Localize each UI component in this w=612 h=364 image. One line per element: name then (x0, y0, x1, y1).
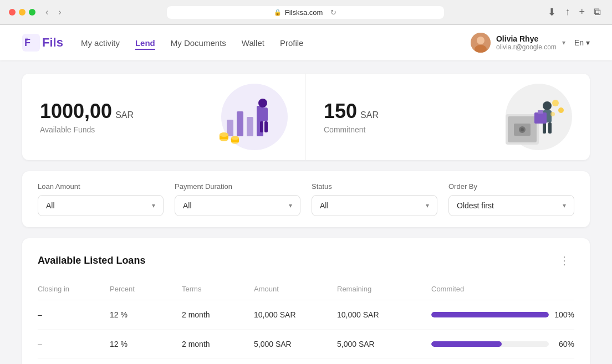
svg-rect-8 (247, 117, 253, 136)
svg-rect-7 (237, 111, 243, 136)
svg-point-10 (258, 99, 267, 107)
row2-remaining: 5,000 SAR (337, 340, 431, 348)
row2-terms: 2 month (182, 340, 254, 348)
forward-button[interactable]: › (55, 6, 64, 18)
svg-point-19 (231, 136, 239, 140)
nav-my-documents[interactable]: My Documents (171, 36, 226, 50)
reload-icon[interactable]: ↻ (330, 8, 336, 17)
stat-content-funds: 1000,00 SAR Available Funds (40, 100, 134, 134)
svg-rect-13 (264, 121, 268, 132)
filters-row: Loan Amount All ▾ Payment Duration All ▾… (22, 171, 590, 227)
table-row[interactable]: – 12 % 2 month 5,000 SAR 5,000 SAR 60% (38, 330, 574, 359)
loan-amount-select[interactable]: All ▾ (38, 195, 164, 216)
filter-order-by: Order By Oldest first ▾ (448, 182, 574, 216)
svg-point-2 (25, 38, 28, 41)
col-percent: Percent (110, 285, 182, 293)
user-menu[interactable]: Olivia Rhye olivia.r@google.com ▾ (471, 33, 565, 53)
maximize-button[interactable] (29, 9, 35, 16)
svg-rect-27 (543, 122, 546, 134)
svg-point-4 (477, 37, 484, 44)
navbar: F Fils My activity Lend My Documents Wal… (0, 25, 612, 60)
stats-grid: 1000,00 SAR Available Funds (22, 74, 590, 160)
status-select[interactable]: All ▾ (312, 195, 437, 216)
minimize-button[interactable] (19, 9, 26, 16)
row2-progress-label: 60% (554, 340, 574, 348)
row2-amount: 5,000 SAR (254, 340, 337, 348)
logo[interactable]: F Fils (22, 34, 63, 52)
filter-order-by-label: Order By (448, 182, 574, 191)
row1-percent: 12 % (110, 310, 182, 319)
back-button[interactable]: ‹ (42, 6, 52, 18)
traffic-lights (9, 9, 35, 16)
logo-text: Fils (42, 35, 63, 50)
svg-point-25 (543, 101, 552, 110)
order-by-chevron: ▾ (563, 202, 566, 209)
payment-duration-chevron: ▾ (289, 202, 292, 209)
nav-right: Olivia Rhye olivia.r@google.com ▾ En ▾ (471, 33, 590, 53)
row1-progress-label: 100% (554, 310, 574, 319)
user-details: Olivia Rhye olivia.r@google.com (496, 34, 557, 51)
row2-closing-in: – (38, 340, 110, 348)
row1-amount: 10,000 SAR (254, 310, 337, 319)
browser-chrome: ‹ › 🔒 Filsksa.com ↻ ⬇ ↑ + ⧉ (0, 0, 612, 25)
browser-actions: ⬇ ↑ + ⧉ (545, 5, 603, 19)
row1-progress-bar (431, 312, 549, 317)
payment-duration-select[interactable]: All ▾ (175, 195, 300, 216)
language-selector[interactable]: En ▾ (574, 38, 590, 47)
row1-closing-in: – (38, 310, 110, 319)
col-remaining: Remaining (337, 285, 431, 293)
table-header: Closing in Percent Terms Amount Remainin… (38, 280, 574, 300)
filter-status: Status All ▾ (312, 182, 437, 216)
row2-progress-fill (431, 341, 502, 347)
download-icon[interactable]: ⬇ (545, 5, 558, 19)
filter-payment-duration-label: Payment Duration (175, 182, 300, 191)
user-email: olivia.r@google.com (496, 43, 557, 51)
col-closing-in: Closing in (38, 285, 110, 293)
new-tab-icon[interactable]: + (577, 5, 587, 19)
nav-lend[interactable]: Lend (135, 36, 155, 50)
filter-status-label: Status (312, 182, 437, 191)
row2-percent: 12 % (110, 340, 182, 348)
svg-rect-30 (538, 110, 543, 114)
svg-rect-12 (260, 121, 263, 132)
nav-profile[interactable]: Profile (280, 36, 304, 50)
nav-my-activity[interactable]: My activity (81, 36, 120, 50)
language-chevron: ▾ (586, 38, 590, 47)
col-committed: Commited (431, 285, 574, 293)
nav-links: My activity Lend My Documents Wallet Pro… (81, 36, 471, 50)
order-by-select[interactable]: Oldest first ▾ (448, 195, 574, 216)
svg-rect-28 (548, 122, 552, 134)
svg-rect-29 (534, 112, 547, 124)
app-window: F Fils My activity Lend My Documents Wal… (0, 25, 612, 364)
row2-committed-cell: 60% (431, 340, 574, 348)
loans-section: Available Listed Loans ⋮ Closing in Perc… (22, 238, 590, 364)
more-options-icon[interactable]: ⋮ (554, 252, 574, 269)
col-terms: Terms (182, 285, 254, 293)
user-menu-chevron: ▾ (562, 39, 565, 47)
loan-amount-chevron: ▾ (152, 202, 155, 209)
row1-committed-cell: 100% (431, 310, 574, 319)
lock-icon: 🔒 (274, 9, 282, 16)
svg-point-33 (550, 112, 555, 116)
user-name: Olivia Rhye (496, 34, 557, 43)
stat-label-funds: Available Funds (40, 125, 134, 134)
svg-point-31 (552, 100, 559, 106)
main-content: 1000,00 SAR Available Funds (0, 60, 612, 364)
nav-wallet[interactable]: Wallet (242, 36, 264, 50)
filter-loan-amount-label: Loan Amount (38, 182, 164, 191)
svg-point-32 (558, 107, 564, 113)
stat-card-funds: 1000,00 SAR Available Funds (22, 74, 306, 160)
svg-rect-11 (258, 107, 268, 121)
status-chevron: ▾ (426, 202, 429, 209)
share-icon[interactable]: ↑ (563, 5, 572, 19)
close-button[interactable] (9, 9, 16, 16)
col-amount: Amount (254, 285, 337, 293)
browser-nav: ‹ › (42, 6, 65, 18)
address-bar[interactable]: 🔒 Filsksa.com ↻ (167, 6, 444, 19)
tabs-icon[interactable]: ⧉ (591, 5, 603, 19)
table-row[interactable]: – 12 % 2 month 10,000 SAR 10,000 SAR 100… (38, 300, 574, 330)
funds-illustration (210, 89, 288, 145)
stat-value-funds: 1000,00 SAR (40, 100, 134, 123)
stat-content-commitment: 150 SAR Commitnent (324, 100, 379, 134)
commitment-illustration (494, 89, 572, 145)
